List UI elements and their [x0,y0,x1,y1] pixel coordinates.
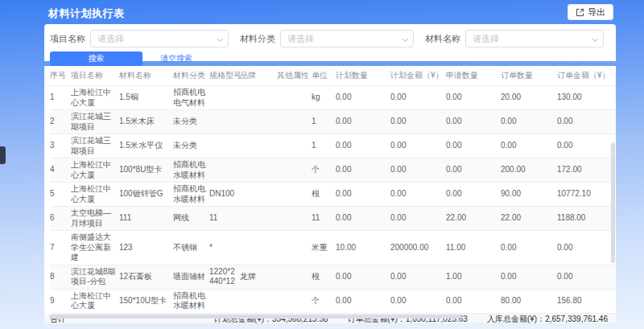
table-cell: kg [312,86,336,110]
table-cell [277,231,312,265]
table-cell: 0.00 [501,265,557,289]
filter-panel: 项目名称 请选择 材料分类 请选择 材料名称 请选择 搜索 清空搜索 [44,24,616,61]
table-cell: 南侧盛达大学生公寓新建 [71,231,119,265]
table-row: 8滨江花城8期项目-分包12石膏板墙面辅材1220*2440*12龙牌根0.00… [50,265,616,289]
column-header: 订单金额（¥） [557,66,616,86]
sidebar-collapse-handle[interactable] [0,146,6,164]
table-cell: 1.5米水平仪 [119,134,173,158]
table-cell: 上海松江中心大厦 [71,86,119,110]
table-cell: 10772.10 [557,183,616,207]
table-row: 9上海松江中心大厦150*10U型卡招商机电 水暖材料个0.000.000.00… [50,289,616,313]
table-cell [209,86,240,110]
inbound-total-label: 入库总金额(¥)： [487,315,545,323]
table-cell [240,86,277,110]
page-title: 材料计划执行表 [48,6,125,21]
table-cell: 墙面辅材 [173,265,209,289]
table-cell [277,134,312,158]
material-table: 序号项目名称材料名称材料分类规格型号品牌其他属性单位计划数量计划金额（¥）申请数… [50,66,616,314]
table-cell: 0.00 [446,183,501,207]
horizontal-scrollbar[interactable] [49,315,461,319]
table-cell: 0.00 [390,183,446,207]
table-cell: 0.00 [336,289,390,313]
column-header: 其他属性 [277,66,312,86]
table-cell: 不锈钢 [173,231,209,265]
table-cell: 130.00 [557,86,616,110]
vertical-scrollbar[interactable] [611,142,615,263]
table-cell: 9 [50,289,71,313]
table-row: 1上海松江中心大厦1.5铜招商机电 电气材料kg0.000.000.0020.0… [50,86,616,110]
table-cell: 2 [50,110,71,134]
table-cell [277,158,312,183]
column-header: 计划数量 [336,66,390,86]
project-select[interactable]: 请选择 [90,30,229,47]
table-cell: 1220*2440*12 [209,265,240,289]
table-cell: * [209,231,240,265]
table-cell: 滨江花城8期项目-分包 [71,265,119,289]
table-cell: 0.00 [390,289,446,313]
table-cell [277,86,312,110]
table-cell: 招商机电 电气材料 [173,86,209,110]
column-header: 材料分类 [173,66,209,86]
table-cell: 根 [312,265,336,289]
table-cell: 0.00 [446,134,501,158]
table-cell: 90.00 [501,183,557,207]
column-header: 材料名称 [119,66,173,86]
table-cell: 1 [50,86,71,110]
table-cell [240,134,277,158]
export-icon [576,8,584,17]
clear-search-link[interactable]: 清空搜索 [160,53,192,64]
table-cell: 12石膏板 [119,265,173,289]
table-cell: 0.00 [390,265,446,289]
table-cell [209,158,240,183]
table-cell [240,231,277,265]
table-cell: 7 [50,231,71,265]
table-cell: 1 [312,110,336,134]
table-cell: 200.00 [501,158,557,183]
table-cell [277,265,312,289]
category-filter-label: 材料分类 [240,33,275,45]
chevron-down-icon [402,36,408,42]
table-cell [240,183,277,207]
table-row: 5上海松江中心大厦100镀锌管G招商机电 水暖材料DN100根0.000.000… [50,183,616,207]
table-cell: 22.00 [446,207,501,231]
table-cell: 0.00 [390,110,446,134]
table-cell: 1188.00 [557,207,616,231]
table-cell: 200000.00 [390,231,446,265]
table-cell: 0.00 [390,207,446,231]
project-select-placeholder: 请选择 [97,33,124,45]
table-row: 6太空电梯—月球项目111网线11110.000.0022.0022.00118… [50,207,616,231]
material-select[interactable]: 请选择 [465,30,604,47]
export-button[interactable]: 导出 [568,4,613,20]
table-cell [240,110,277,134]
table-cell: 0.00 [501,110,557,134]
table-cell [277,110,312,134]
column-header: 规格型号 [209,66,240,86]
table-cell: 0.00 [446,110,501,134]
table-row: 3滨江花城三期项目1.5米水平仪未分类10.000.000.000.000.00 [50,134,616,158]
table-cell: 上海松江中心大厦 [71,158,119,183]
search-button[interactable]: 搜索 [50,51,142,66]
table-cell: 个 [312,158,336,183]
table-cell: 米重 [312,231,336,265]
table-cell: 10.00 [336,231,390,265]
table-cell: 上海松江中心大厦 [71,289,119,313]
table-cell: 滨江花城三期项目 [71,110,119,134]
table-cell: 172.00 [557,158,616,183]
table-cell: 22.00 [501,207,557,231]
category-select-placeholder: 请选择 [287,33,314,45]
table-cell: 100镀锌管G [119,183,173,207]
table-row: 2滨江花城三期项目1.5米木床未分类10.000.000.000.000.00 [50,110,616,134]
project-filter-label: 项目名称 [50,33,85,45]
table-cell: 6 [50,207,71,231]
category-select[interactable]: 请选择 [280,30,414,47]
table-cell [209,134,240,158]
column-header: 单位 [312,66,336,86]
table-cell: 0.00 [390,134,446,158]
table-cell: 0.00 [557,265,616,289]
table-cell: 8 [50,265,71,289]
table-cell: 招商机电 水暖材料 [173,158,209,183]
table-cell: 滨江花城三期项目 [71,134,119,158]
table-cell: 11 [312,207,336,231]
table-cell: 0.00 [336,110,390,134]
inbound-total-value: 2,657,339,761.46 [545,315,608,323]
